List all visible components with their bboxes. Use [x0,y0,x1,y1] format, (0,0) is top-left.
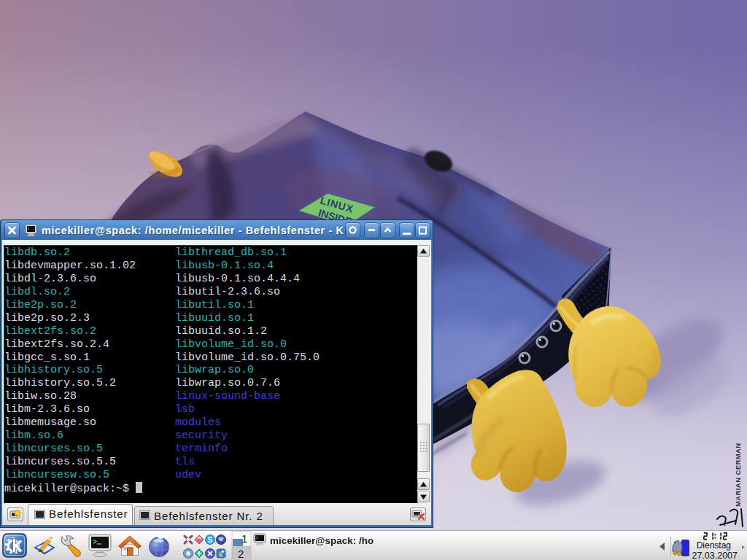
svg-text:2: 2 [238,548,244,560]
svg-text:S: S [207,535,212,544]
svg-text:MARIAN CERMAN: MARIAN CERMAN [734,443,742,507]
svg-text:1: 1 [241,532,247,545]
